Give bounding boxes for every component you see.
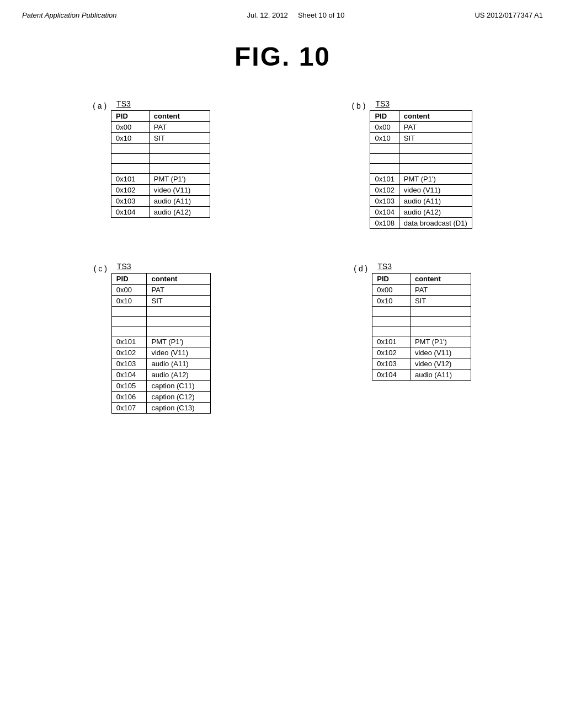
table-cell: PMT (P1') [149,174,210,185]
table-row: PID content [111,274,210,285]
table-cell: PMT (P1') [399,174,472,185]
table-row: 0x101PMT (P1') [372,336,471,347]
bottom-diagrams-row: ( c ) TS3 PID content 0x00PAT0x10SIT0x10… [22,262,543,414]
table-row: PID content [370,111,472,122]
table-cell [399,144,472,154]
table-cell [111,154,150,164]
diagram-d-label: ( d ) [354,262,367,273]
table-cell: caption (C13) [147,403,210,414]
table-cell: caption (C12) [147,392,210,403]
table-cell: video (V11) [399,185,472,196]
diagram-b-inner: TS3 PID content 0x00PAT0x10SIT0x101PMT (… [370,99,472,229]
table-row [111,144,210,154]
table-row [372,326,471,336]
table-cell: audio (A11) [410,370,471,381]
table-cell [149,154,210,164]
table-cell: 0x101 [372,336,411,347]
table-cell: 0x103 [111,358,147,370]
table-cell [111,317,147,326]
diagram-a-table: PID content 0x00PAT0x10SIT0x101PMT (P1')… [111,110,210,218]
table-cell: PMT (P1') [410,336,471,347]
diagram-c: ( c ) TS3 PID content 0x00PAT0x10SIT0x10… [94,262,211,414]
table-cell: 0x107 [111,403,147,414]
table-cell: SIT [399,133,472,144]
col-pid: PID [111,111,150,122]
table-row [111,307,210,317]
diagram-c-label: ( c ) [94,262,107,273]
table-cell: 0x104 [111,370,147,381]
table-cell: 0x103 [372,358,411,370]
diagram-c-table: PID content 0x00PAT0x10SIT0x101PMT (P1')… [111,273,211,414]
table-cell: 0x00 [111,285,147,296]
table-cell: 0x10 [372,296,411,307]
diagram-d-inner: TS3 PID content 0x00PAT0x10SIT0x101PMT (… [372,262,471,381]
table-cell [372,307,411,317]
table-row [370,164,472,174]
table-row: 0x106caption (C12) [111,392,210,403]
top-diagrams-row: ( a ) TS3 PID content 0x00PAT0x10SIT0x10… [22,99,543,229]
table-row: 0x00PAT [372,285,471,296]
table-row: 0x103video (V12) [372,358,471,370]
table-cell [410,317,471,326]
table-cell: video (V11) [149,185,210,196]
table-row: 0x00PAT [370,122,472,133]
col-content: content [399,111,472,122]
table-row [370,144,472,154]
table-cell [111,326,147,336]
table-cell: 0x102 [111,185,150,196]
table-cell: 0x10 [111,133,150,144]
table-cell [147,317,210,326]
table-cell: video (V11) [410,347,471,358]
table-cell: audio (A12) [147,370,210,381]
table-cell [111,164,150,174]
table-row [372,307,471,317]
table-cell: 0x00 [370,122,399,133]
table-cell [372,317,411,326]
table-row [111,326,210,336]
header-date: Jul. 12, 2012 [247,11,287,19]
diagram-b: ( b ) TS3 PID content 0x00PAT0x10SIT0x10… [352,99,472,229]
table-row [111,154,210,164]
table-cell [399,164,472,174]
table-row: 0x102video (V11) [372,347,471,358]
table-row [370,154,472,164]
col-content: content [147,274,210,285]
table-cell [410,326,471,336]
table-row: 0x104audio (A11) [372,370,471,381]
diagram-d: ( d ) TS3 PID content 0x00PAT0x10SIT0x10… [354,262,471,414]
diagram-a-inner: TS3 PID content 0x00PAT0x10SIT0x101PMT (… [111,99,210,218]
table-cell: SIT [149,133,210,144]
table-cell [370,144,399,154]
table-cell [111,144,150,154]
table-row [372,317,471,326]
header-date-sheet: Jul. 12, 2012 Sheet 10 of 10 [247,11,344,19]
table-cell: video (V12) [410,358,471,370]
table-row [111,164,210,174]
diagram-d-table: PID content 0x00PAT0x10SIT0x101PMT (P1')… [372,273,471,381]
table-row: 0x103audio (A11) [370,196,472,207]
table-cell: 0x102 [372,347,411,358]
diagram-a-ts-label: TS3 [116,99,131,108]
table-row: 0x104audio (A12) [111,370,210,381]
table-cell: 0x00 [111,122,150,133]
table-row: 0x103audio (A11) [111,196,210,207]
table-row: 0x101PMT (P1') [370,174,472,185]
col-content: content [410,274,471,285]
table-cell [149,144,210,154]
diagram-a-label: ( a ) [93,99,106,110]
table-cell: PMT (P1') [147,336,210,347]
table-cell: 0x102 [370,185,399,196]
table-cell [370,164,399,174]
table-row: 0x10SIT [370,133,472,144]
table-row: 0x103audio (A11) [111,358,210,370]
diagram-b-table: PID content 0x00PAT0x10SIT0x101PMT (P1')… [370,110,472,229]
table-cell: 0x108 [370,218,399,229]
diagram-b-ts-label: TS3 [375,99,390,108]
table-row: PID content [111,111,210,122]
table-row: 0x105caption (C11) [111,381,210,392]
table-row: 0x107caption (C13) [111,403,210,414]
table-row: 0x102video (V11) [111,185,210,196]
table-cell: audio (A12) [399,207,472,218]
table-cell: audio (A11) [147,358,210,370]
table-row: 0x102video (V11) [370,185,472,196]
